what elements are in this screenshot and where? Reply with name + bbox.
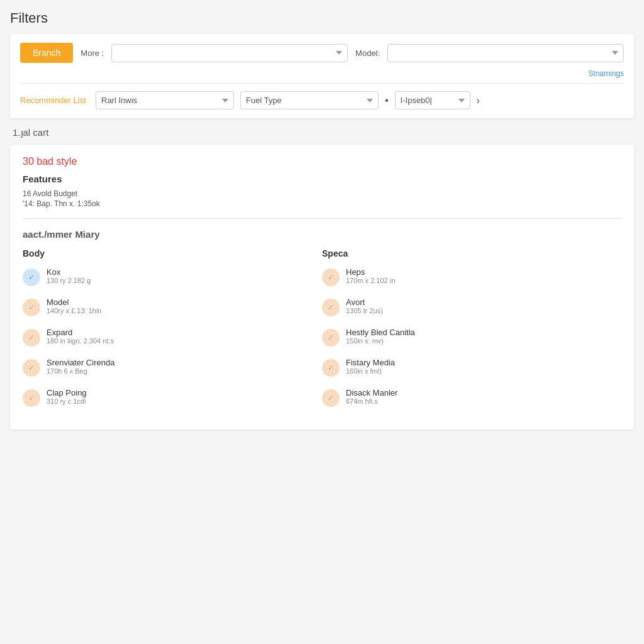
spec-item-detail: 180 in liign. 2.304 nt.s [47, 337, 114, 345]
spec-item-detail: 160in x fml) [346, 367, 395, 375]
speca-list-item[interactable]: ✓ Fistary Media 160in x fml) [322, 358, 621, 377]
spec-item-name: Heps [346, 267, 395, 277]
features-heading: Features [23, 174, 621, 184]
spec-item-name: Expard [47, 328, 114, 337]
check-mark-icon: ✓ [28, 394, 35, 402]
spec-item-detail: 674m hfi.s [346, 397, 397, 405]
spec-icon: ✓ [322, 269, 340, 286]
body-column: Body ✓ Kox 130 ry 2.182 g ✓ Model 140ry … [23, 248, 322, 418]
body-list-item[interactable]: ✓ Kox 130 ry 2.182 g [23, 267, 322, 286]
model-label: Model: [355, 48, 380, 58]
check-mark-icon: ✓ [328, 364, 334, 372]
spec-item-detail: 310 ry c 1cdl [47, 397, 87, 405]
check-mark-icon: ✓ [328, 273, 334, 282]
spec-icon: ✓ [23, 359, 40, 377]
spec-item-name: Fistary Media [346, 358, 395, 367]
result-card: 30 bad style Features 16 Avold Budget '1… [10, 145, 634, 430]
speca-column: Speca ✓ Heps 170m x 2.102 in ✓ Avort 130… [322, 248, 621, 418]
spec-item-detail: 1305 tr 2us) [346, 307, 383, 314]
speca-list-item[interactable]: ✓ Avort 1305 tr 2us) [322, 297, 621, 316]
spec-item-name: Hestly Bled Canitla [346, 328, 415, 337]
recomm-select-1[interactable]: Rarl Inwis [96, 91, 234, 109]
section-divider [23, 218, 621, 219]
spec-item-name: Model [47, 297, 101, 307]
spec-icon: ✓ [322, 359, 340, 377]
check-mark-icon: ✓ [28, 273, 35, 282]
body-list-item[interactable]: ✓ Model 140ry x £.13: 1hin [23, 297, 322, 316]
summary-heading: aact./mmer Miary [23, 229, 621, 240]
fuel-type-select[interactable]: Fuel Type [240, 91, 379, 109]
spec-icon: ✓ [322, 299, 340, 316]
spec-item-name: Avort [346, 297, 383, 307]
recomm-row: Recomminder List Rarl Inwis Fuel Type • … [20, 89, 624, 109]
spec-icon: ✓ [23, 389, 40, 407]
feature-item-2: '14: Bap. Thn x. 1:35ok [23, 199, 621, 208]
body-items-container: ✓ Kox 130 ry 2.182 g ✓ Model 140ry x £.1… [23, 267, 322, 407]
body-list-item[interactable]: ✓ Expard 180 in liign. 2.304 nt.s [23, 328, 322, 347]
body-list-item[interactable]: ✓ Srenviater Cirenda 170h 6 x Beg [23, 358, 322, 377]
more-label: More : [80, 48, 104, 58]
speca-list-item[interactable]: ✓ Disack Manler 674m hfi.s [322, 388, 621, 407]
arrow-separator: › [477, 95, 480, 106]
spec-icon: ✓ [322, 389, 340, 407]
spec-icon: ✓ [23, 269, 40, 286]
spec-icon: ✓ [23, 299, 40, 316]
spec-item-name: Srenviater Cirenda [47, 358, 114, 367]
model-select[interactable] [387, 44, 624, 62]
spec-icon: ✓ [23, 329, 40, 347]
check-mark-icon: ✓ [28, 303, 35, 312]
branch-button[interactable]: Branch [20, 43, 73, 63]
check-mark-icon: ✓ [328, 333, 334, 342]
result-count: 1.ȷal cart [10, 127, 634, 138]
bad-style-label: 30 bad style [23, 156, 621, 167]
speca-heading: Speca [322, 248, 621, 258]
speca-list-item[interactable]: ✓ Hestly Bled Canitla 150in s: mv) [322, 328, 621, 347]
spec-item-detail: 170h 6 x Beg [47, 367, 114, 375]
filter-row-1: Branch More : Model: [20, 43, 624, 63]
spec-item-name: Kox [47, 267, 91, 277]
body-list-item[interactable]: ✓ Clap Poing 310 ry c 1cdl [23, 388, 322, 407]
check-mark-icon: ✓ [28, 364, 35, 372]
dot-separator: • [385, 95, 389, 106]
spec-item-name: Disack Manler [346, 388, 397, 397]
spec-item-detail: 130 ry 2.182 g [47, 277, 91, 284]
speca-items-container: ✓ Heps 170m x 2.102 in ✓ Avort 1305 tr 2… [322, 267, 621, 407]
check-mark-icon: ✓ [328, 303, 334, 312]
filters-card: Branch More : Model: Stnamings Recommind… [10, 34, 634, 118]
check-mark-icon: ✓ [28, 333, 35, 342]
spec-icon: ✓ [322, 329, 340, 347]
body-heading: Body [23, 248, 322, 258]
filter-divider [20, 83, 624, 84]
spec-item-detail: 170m x 2.102 in [346, 277, 395, 284]
speca-list-item[interactable]: ✓ Heps 170m x 2.102 in [322, 267, 621, 286]
spec-item-detail: 150in s: mv) [346, 337, 415, 345]
more-select[interactable] [111, 44, 348, 62]
check-mark-icon: ✓ [328, 394, 334, 402]
two-col-layout: Body ✓ Kox 130 ry 2.182 g ✓ Model 140ry … [23, 248, 621, 418]
recomm-select-2[interactable]: I-Ipseb0| [395, 91, 470, 109]
recomm-label: Recomminder List [20, 96, 89, 105]
settings-link[interactable]: Stnamings [20, 69, 624, 78]
spec-item-name: Clap Poing [47, 388, 87, 397]
page-title: Filters [10, 10, 634, 26]
spec-item-detail: 140ry x £.13: 1hin [47, 307, 101, 314]
feature-item-1: 16 Avold Budget [23, 189, 621, 198]
